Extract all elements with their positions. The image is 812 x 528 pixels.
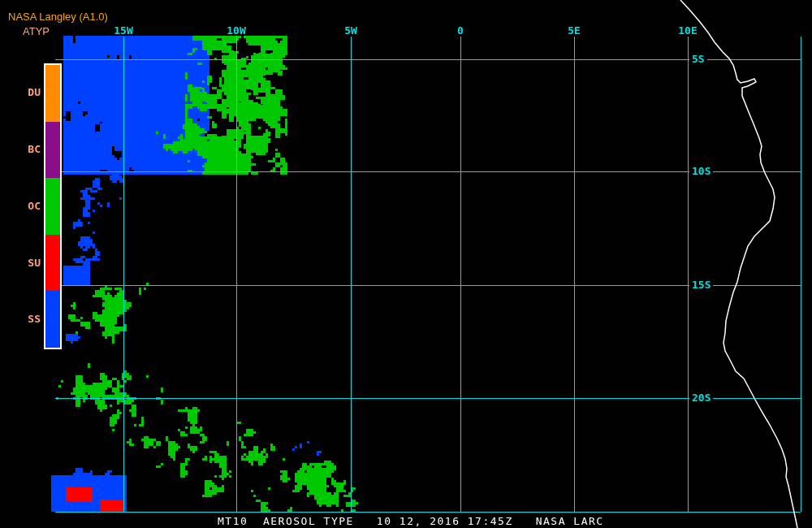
lat-label-10s: 10S	[689, 166, 713, 177]
legend-label-oc: OC	[6, 201, 41, 212]
legend-swatch-bc	[45, 122, 60, 179]
legend-swatch-du	[45, 65, 60, 122]
legend-swatch-ss	[45, 291, 60, 348]
graticule-lines	[55, 37, 801, 512]
legend-label-bc: BC	[6, 144, 41, 155]
lat-label-5s: 5S	[689, 54, 707, 65]
legend-swatch-oc	[45, 178, 60, 235]
lon-label-0: 0	[457, 25, 464, 37]
lon-label-10e: 10E	[678, 25, 697, 37]
legend-swatch-su	[45, 235, 60, 292]
map-overlay	[0, 0, 812, 528]
lon-label-10w: 10W	[227, 25, 245, 37]
lon-label-15w: 15W	[114, 25, 132, 37]
lon-label-5w: 5W	[344, 25, 357, 37]
lat-label-15s: 15S	[689, 279, 713, 291]
legend-label-ss: SS	[6, 314, 41, 325]
product-subtitle: ATYP	[23, 25, 50, 37]
atyp-map-screen: NASA Langley (A1.0) ATYP 15W 10W 5W 0 5E…	[0, 0, 812, 528]
lon-label-5e: 5E	[568, 25, 581, 37]
aerosol-type-legend-bar	[44, 63, 62, 349]
footer-caption: MT10 AEROSOL TYPE 10 12, 2016 17:45Z NAS…	[218, 515, 604, 527]
legend-label-su: SU	[6, 258, 41, 269]
coastline	[680, 0, 797, 528]
legend-label-du: DU	[6, 87, 41, 98]
product-title: NASA Langley (A1.0)	[8, 11, 108, 23]
lat-label-20s: 20S	[689, 392, 713, 404]
